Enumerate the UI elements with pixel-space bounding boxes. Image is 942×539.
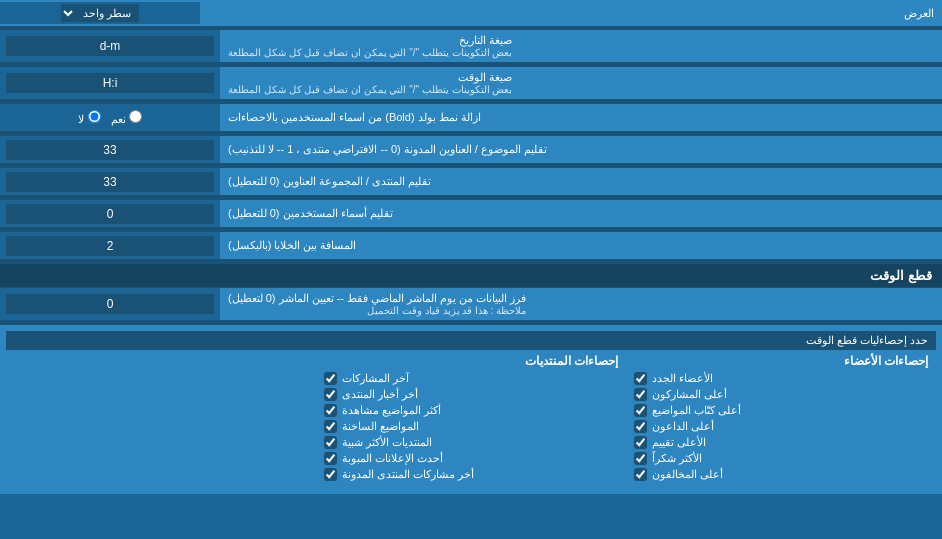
- stats-posts-item-0: آخر المشاركات: [324, 372, 618, 385]
- stats-header-label: حدد إحصاءليات قطع الوقت: [806, 334, 928, 346]
- stats-posts-label-4: المنتديات الأكثر شبية: [342, 436, 432, 449]
- stats-posts-item-1: أخر أخبار المنتدى: [324, 388, 618, 401]
- topic-address-input[interactable]: [6, 140, 214, 160]
- stats-posts-checkbox-1[interactable]: [324, 388, 337, 401]
- stats-members-header: إحصاءات الأعضاء: [634, 354, 928, 368]
- stats-members-item-3: أعلى الداعون: [634, 420, 928, 433]
- stats-members-label-0: الأعضاء الجدد: [652, 372, 713, 385]
- stats-members-checkbox-1[interactable]: [634, 388, 647, 401]
- header-label: العرض: [200, 3, 942, 24]
- realtime-filter-input-cell: [0, 288, 220, 320]
- topic-address-input-cell: [0, 136, 220, 163]
- stats-members-label-5: الأكثر شكراً: [652, 452, 702, 465]
- topic-address-row: تقليم الموضوع / العناوين المدونة (0 -- ا…: [0, 136, 942, 164]
- time-format-input-cell: [0, 67, 220, 99]
- stats-posts-item-3: المواضيع الساخنة: [324, 420, 618, 433]
- date-format-title: صيغة التاريخ: [228, 34, 512, 47]
- stats-header-note: حدد إحصاءليات قطع الوقت: [6, 331, 936, 350]
- cell-spacing-input[interactable]: [6, 236, 214, 256]
- time-format-title: صيغة الوقت: [228, 71, 512, 84]
- bold-yes-label: نعم: [111, 110, 142, 126]
- time-format-row: صيغة الوقت بعض التكوينات يتطلب "/" التي …: [0, 67, 942, 100]
- stats-posts-item-5: أحدث الإعلانات المبوبة: [324, 452, 618, 465]
- stats-posts-checkbox-2[interactable]: [324, 404, 337, 417]
- stats-members-item-0: الأعضاء الجدد: [634, 372, 928, 385]
- stats-members-col: إحصاءات الأعضاء الأعضاء الجدد أعلى المشا…: [626, 350, 936, 488]
- stats-posts-col: إحصاءات المنتديات آخر المشاركات أخر أخبا…: [316, 350, 626, 488]
- stats-posts-checkbox-5[interactable]: [324, 452, 337, 465]
- stats-members-label-4: الأعلى تقييم: [652, 436, 706, 449]
- statistics-section: حدد إحصاءليات قطع الوقت إحصاءات الأعضاء …: [0, 325, 942, 494]
- stats-members-label-6: أعلى المخالفون: [652, 468, 723, 481]
- stats-members-label-3: أعلى الداعون: [652, 420, 714, 433]
- username-trim-row: تقليم أسماء المستخدمين (0 للتعطيل): [0, 200, 942, 228]
- stats-posts-item-4: المنتديات الأكثر شبية: [324, 436, 618, 449]
- stats-members-checkbox-4[interactable]: [634, 436, 647, 449]
- username-trim-label: تقليم أسماء المستخدمين (0 للتعطيل): [220, 200, 942, 227]
- stats-posts-item-6: أخر مشاركات المنتدى المدونة: [324, 468, 618, 481]
- stats-members-checkbox-2[interactable]: [634, 404, 647, 417]
- stats-posts-label-1: أخر أخبار المنتدى: [342, 388, 418, 401]
- stats-posts-item-2: أكثر المواضيع مشاهدة: [324, 404, 618, 417]
- date-format-sublabel: بعض التكوينات يتطلب "/" التي يمكن ان تضا…: [228, 47, 512, 58]
- stats-area: إحصاءات الأعضاء الأعضاء الجدد أعلى المشا…: [6, 350, 936, 488]
- cell-spacing-label: المسافة بين الخلايا (بالبكسل): [220, 232, 942, 259]
- stats-posts-checkbox-4[interactable]: [324, 436, 337, 449]
- bold-yes-radio[interactable]: [129, 110, 142, 123]
- bold-remove-row: ازالة نمط بولد (Bold) من اسماء المستخدمي…: [0, 104, 942, 132]
- bold-remove-label: ازالة نمط بولد (Bold) من اسماء المستخدمي…: [220, 104, 942, 131]
- stats-posts-label-3: المواضيع الساخنة: [342, 420, 419, 433]
- forum-address-row: تقليم المنتدى / المجموعة العناوين (0 للت…: [0, 168, 942, 196]
- stats-posts-header: إحصاءات المنتديات: [324, 354, 618, 368]
- stats-members-label-1: أعلى المشاركون: [652, 388, 727, 401]
- time-format-label: صيغة الوقت بعض التكوينات يتطلب "/" التي …: [220, 67, 942, 99]
- stats-empty-col: [6, 350, 316, 488]
- bold-no-radio[interactable]: [88, 110, 101, 123]
- stats-members-checkbox-6[interactable]: [634, 468, 647, 481]
- realtime-filter-label: فرز البيانات من يوم الماشر الماضي فقط --…: [220, 288, 942, 320]
- realtime-filter-input[interactable]: [6, 294, 214, 314]
- username-trim-input[interactable]: [6, 204, 214, 224]
- main-container: العرض سطر واحد سطرين ثلاثة أسطر صيغة الت…: [0, 0, 942, 494]
- realtime-filter-note: ملاحظة : هذا قد يزيد قياد وقت التحميل: [228, 305, 526, 316]
- stats-posts-checkbox-3[interactable]: [324, 420, 337, 433]
- cell-spacing-row: المسافة بين الخلايا (بالبكسل): [0, 232, 942, 260]
- realtime-filter-title: فرز البيانات من يوم الماشر الماضي فقط --…: [228, 292, 526, 305]
- stats-posts-label-5: أحدث الإعلانات المبوبة: [342, 452, 443, 465]
- realtime-filter-row: فرز البيانات من يوم الماشر الماضي فقط --…: [0, 288, 942, 321]
- bold-no-label: لا: [78, 110, 100, 126]
- display-dropdown[interactable]: سطر واحد سطرين ثلاثة أسطر: [61, 4, 139, 22]
- bold-remove-input-cell: نعم لا: [0, 104, 220, 131]
- cell-spacing-input-cell: [0, 232, 220, 259]
- stats-posts-checkbox-0[interactable]: [324, 372, 337, 385]
- forum-address-label: تقليم المنتدى / المجموعة العناوين (0 للت…: [220, 168, 942, 195]
- stats-members-label-2: أعلى كتّاب المواضيع: [652, 404, 741, 417]
- stats-posts-checkbox-6[interactable]: [324, 468, 337, 481]
- realtime-section-header: قطع الوقت: [0, 264, 942, 288]
- time-format-input[interactable]: [6, 73, 214, 93]
- header-row: العرض سطر واحد سطرين ثلاثة أسطر: [0, 0, 942, 26]
- stats-posts-label-6: أخر مشاركات المنتدى المدونة: [342, 468, 474, 481]
- date-format-label: صيغة التاريخ بعض التكوينات يتطلب "/" الت…: [220, 30, 942, 62]
- stats-members-checkbox-5[interactable]: [634, 452, 647, 465]
- stats-members-item-1: أعلى المشاركون: [634, 388, 928, 401]
- date-format-input[interactable]: [6, 36, 214, 56]
- stats-members-item-6: أعلى المخالفون: [634, 468, 928, 481]
- stats-posts-label-0: آخر المشاركات: [342, 372, 409, 385]
- stats-members-item-2: أعلى كتّاب المواضيع: [634, 404, 928, 417]
- date-format-input-cell: [0, 30, 220, 62]
- stats-members-checkbox-3[interactable]: [634, 420, 647, 433]
- stats-members-checkbox-0[interactable]: [634, 372, 647, 385]
- realtime-section-title: قطع الوقت: [0, 264, 942, 287]
- stats-members-item-5: الأكثر شكراً: [634, 452, 928, 465]
- stats-members-item-4: الأعلى تقييم: [634, 436, 928, 449]
- username-trim-input-cell: [0, 200, 220, 227]
- topic-address-label: تقليم الموضوع / العناوين المدونة (0 -- ا…: [220, 136, 942, 163]
- time-format-sublabel: بعض التكوينات يتطلب "/" التي يمكن ان تضا…: [228, 84, 512, 95]
- date-format-row: صيغة التاريخ بعض التكوينات يتطلب "/" الت…: [0, 30, 942, 63]
- forum-address-input[interactable]: [6, 172, 214, 192]
- header-dropdown-cell: سطر واحد سطرين ثلاثة أسطر: [0, 2, 200, 24]
- forum-address-input-cell: [0, 168, 220, 195]
- stats-posts-label-2: أكثر المواضيع مشاهدة: [342, 404, 441, 417]
